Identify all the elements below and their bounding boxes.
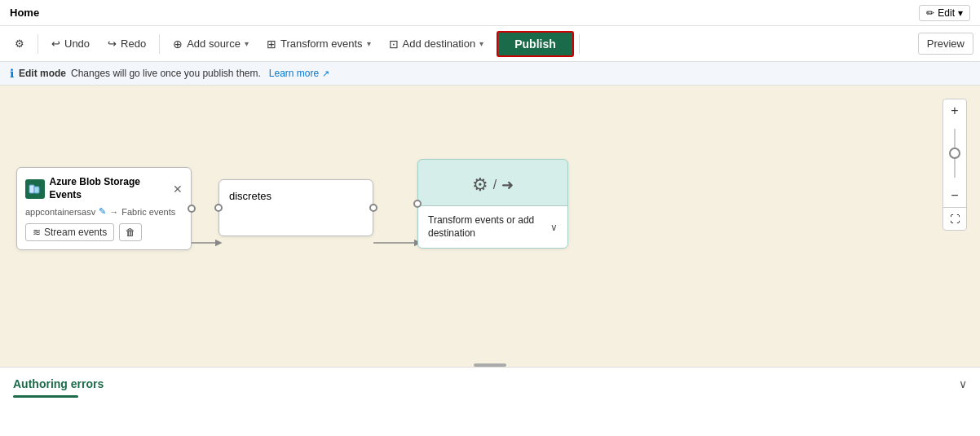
zoom-out-icon: − <box>951 188 958 203</box>
stream-icon: ≋ <box>33 227 41 238</box>
info-bar: ℹ Edit mode Changes will go live once yo… <box>0 62 980 86</box>
transform-node-icons: ⚙ / ➜ <box>418 160 567 205</box>
add-source-label: Add source <box>187 37 241 50</box>
drag-handle[interactable] <box>0 360 980 367</box>
settings-button[interactable]: ⚙ <box>7 33 33 54</box>
close-icon: ✕ <box>173 183 183 196</box>
source-output-connector <box>188 205 196 213</box>
transform-input-connector <box>413 200 422 208</box>
authoring-errors-indicator <box>13 395 78 398</box>
transform-events-label: Transform events <box>280 37 363 50</box>
source-node: Azure Blob Storage Events ✕ appcontainer… <box>16 167 192 250</box>
home-tab-label: Home <box>10 7 39 19</box>
fabric-events-label: Fabric events <box>121 207 175 217</box>
delete-icon: 🗑 <box>126 227 135 238</box>
zoom-out-button[interactable]: − <box>943 184 966 207</box>
add-destination-label: Add destination <box>403 37 476 50</box>
stream-events-button[interactable]: ≋ Stream events <box>25 223 114 241</box>
discrete-node: discretes <box>219 179 373 236</box>
zoom-slider[interactable] <box>954 122 956 184</box>
toolbar: ⚙ ↩ Undo ↪ Redo ⊕ Add source ▾ ⊞ Transfo… <box>0 26 980 62</box>
delete-source-button[interactable]: 🗑 <box>119 223 142 241</box>
arrow-right-icon: ➜ <box>501 176 514 194</box>
bottom-panel: Authoring errors ∨ <box>0 367 980 417</box>
undo-icon: ↩ <box>51 37 60 50</box>
edit-label: Edit <box>938 7 955 19</box>
publish-label: Publish <box>514 37 556 51</box>
source-node-title: Azure Blob Storage Events <box>25 176 173 201</box>
gear-icon: ⚙ <box>472 174 488 196</box>
discrete-node-label: discretes <box>229 190 271 202</box>
source-node-header: Azure Blob Storage Events ✕ <box>25 176 183 201</box>
title-bar-right: ✏ Edit ▾ <box>919 5 970 21</box>
zoom-controls: + − ⛶ <box>942 99 967 231</box>
drag-handle-bar <box>474 363 506 367</box>
settings-icon: ⚙ <box>15 37 24 50</box>
account-name: appcontainersasv <box>25 207 95 217</box>
discrete-output-connector <box>369 204 377 212</box>
zoom-slider-thumb <box>949 148 960 159</box>
source-node-actions: ≋ Stream events 🗑 <box>25 223 183 241</box>
info-description: Changes will go live once you publish th… <box>71 68 261 79</box>
slash-separator: / <box>493 178 497 192</box>
add-destination-button[interactable]: ⊡ Add destination ▾ <box>381 33 492 55</box>
add-destination-chevron-icon: ▾ <box>479 39 483 48</box>
info-icon: ℹ <box>10 67 14 80</box>
bottom-panel-chevron-icon[interactable]: ∨ <box>959 377 967 390</box>
zoom-fit-button[interactable]: ⛶ <box>943 207 966 230</box>
canvas: Azure Blob Storage Events ✕ appcontainer… <box>0 86 980 360</box>
svg-rect-2 <box>29 185 34 193</box>
toolbar-separator <box>38 34 38 54</box>
transform-node-label: Transform events or add destination <box>428 214 550 240</box>
add-source-button[interactable]: ⊕ Add source ▾ <box>165 33 257 55</box>
svg-rect-3 <box>34 187 39 193</box>
transform-node-chevron-icon[interactable]: ∨ <box>550 222 558 233</box>
zoom-fit-icon: ⛶ <box>950 214 960 225</box>
chevron-down-icon: ▾ <box>958 7 963 19</box>
external-link-icon: ↗ <box>322 68 329 78</box>
learn-more-link[interactable]: Learn more ↗ <box>269 68 329 79</box>
edit-account-icon[interactable]: ✎ <box>99 206 106 217</box>
zoom-in-icon: + <box>951 103 958 118</box>
add-source-chevron-icon: ▾ <box>245 39 249 48</box>
transform-events-icon: ⊞ <box>267 37 276 51</box>
title-bar: Home ✏ Edit ▾ <box>0 0 980 26</box>
source-node-subtitle: appcontainersasv ✎ → Fabric events <box>25 206 183 217</box>
transform-events-button[interactable]: ⊞ Transform events ▾ <box>258 33 379 55</box>
toolbar-separator-2 <box>159 34 160 54</box>
azure-blob-icon <box>25 179 45 199</box>
zoom-in-button[interactable]: + <box>943 99 966 122</box>
redo-label: Redo <box>121 37 146 50</box>
redo-button[interactable]: ↪ Redo <box>99 33 154 54</box>
stream-label: Stream events <box>44 227 107 238</box>
zoom-slider-track <box>954 129 956 178</box>
preview-button[interactable]: Preview <box>918 33 973 55</box>
transform-node-footer[interactable]: Transform events or add destination ∨ <box>418 205 567 248</box>
bottom-panel-header: Authoring errors ∨ <box>0 368 980 395</box>
authoring-errors-title: Authoring errors <box>13 377 104 390</box>
edit-button[interactable]: ✏ Edit ▾ <box>919 5 970 21</box>
source-node-label: Azure Blob Storage Events <box>50 176 173 201</box>
add-destination-icon: ⊡ <box>389 37 399 51</box>
learn-more-label: Learn more <box>269 68 319 79</box>
arrow-icon: → <box>109 207 118 217</box>
preview-label: Preview <box>927 37 965 50</box>
publish-button[interactable]: Publish <box>497 31 574 57</box>
edit-mode-label: Edit mode <box>19 68 66 79</box>
transform-events-chevron-icon: ▾ <box>367 39 371 48</box>
transform-node[interactable]: ⚙ / ➜ Transform events or add destinatio… <box>417 159 568 249</box>
discrete-input-connector <box>214 204 223 212</box>
redo-icon: ↪ <box>108 37 117 50</box>
undo-button[interactable]: ↩ Undo <box>43 33 98 54</box>
source-node-close-button[interactable]: ✕ <box>173 183 183 196</box>
undo-label: Undo <box>64 37 90 50</box>
title-bar-left: Home <box>10 7 39 19</box>
toolbar-separator-3 <box>579 34 580 54</box>
add-source-icon: ⊕ <box>173 37 183 51</box>
edit-icon: ✏ <box>926 7 934 19</box>
